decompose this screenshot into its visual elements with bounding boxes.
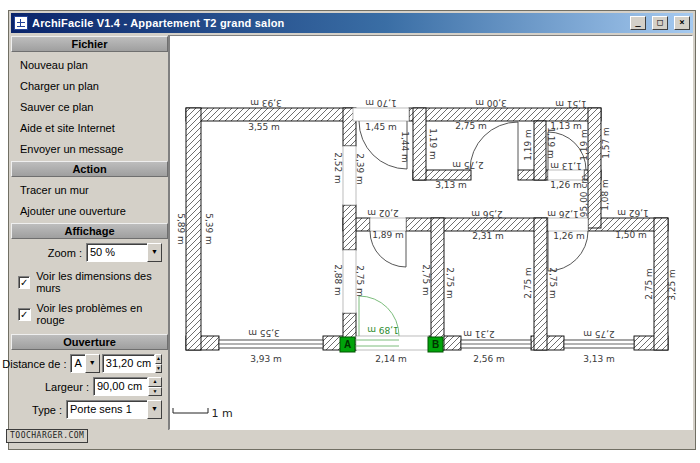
zoom-label: Zoom : [48, 247, 82, 259]
menu-item-nouveau-plan[interactable]: Nouveau plan [11, 55, 168, 76]
menu-item-tracer-un-mur[interactable]: Tracer un mur [11, 180, 168, 201]
svg-text:2,14 m: 2,14 m [375, 354, 407, 364]
checkbox-voir-dimensions-label: Voir les dimensions des murs [36, 270, 168, 294]
svg-text:B: B [432, 339, 439, 350]
svg-text:1,51 m: 1,51 m [555, 99, 587, 109]
svg-text:2,39 m: 2,39 m [355, 153, 365, 185]
svg-text:3,93 m: 3,93 m [250, 354, 282, 364]
largeur-input[interactable]: 90,00 cm [93, 377, 148, 396]
svg-text:3,13 m: 3,13 m [435, 180, 467, 190]
svg-text:2,56 m: 2,56 m [471, 209, 503, 219]
svg-text:1,50 m: 1,50 m [615, 230, 647, 240]
svg-text:1,26 m: 1,26 m [550, 180, 582, 190]
svg-text:1,19 m: 1,19 m [579, 129, 589, 161]
distance-input[interactable]: 31,20 cm [102, 354, 155, 373]
svg-text:2,75 m: 2,75 m [523, 267, 533, 299]
chevron-down-icon[interactable]: ▼ [85, 354, 100, 373]
svg-text:2,52 m: 2,52 m [333, 152, 343, 184]
svg-text:2,75 m: 2,75 m [452, 160, 484, 170]
svg-text:1,89 m: 1,89 m [372, 230, 404, 240]
zoom-value: 50 % [86, 243, 147, 262]
window-title: ArchiFacile V1.4 - Appartement T2 grand … [32, 17, 624, 29]
svg-text:2,75 m: 2,75 m [421, 264, 431, 296]
spin-down-icon[interactable]: ▼ [148, 387, 162, 397]
checkbox-voir-problemes-label: Voir les problèmes en rouge [37, 302, 168, 326]
distance-ref-value: A [70, 354, 84, 373]
spin-up-icon[interactable]: ▲ [148, 377, 162, 387]
svg-text:1,44 m: 1,44 m [400, 131, 410, 163]
svg-text:5,39 m: 5,39 m [204, 213, 214, 245]
section-header-ouverture: Ouverture [11, 334, 168, 350]
section-header-fichier: Fichier [11, 36, 168, 52]
svg-text:3,13 m: 3,13 m [583, 354, 615, 364]
section-header-action: Action [11, 161, 168, 177]
svg-text:2,75 m: 2,75 m [548, 267, 558, 299]
distance-ref-combobox[interactable]: A ▼ [70, 354, 99, 373]
toocharger-watermark: TOOCHARGER.COM [6, 429, 88, 443]
app-window: ArchiFacile V1.4 - Appartement T2 grand … [8, 10, 696, 450]
svg-text:2,56 m: 2,56 m [473, 354, 505, 364]
svg-text:2,02 m: 2,02 m [367, 208, 399, 218]
svg-text:2,75 m: 2,75 m [455, 121, 487, 131]
app-icon [14, 16, 28, 30]
close-button[interactable]: × [674, 16, 690, 30]
walls-layer[interactable] [186, 108, 668, 350]
svg-text:1,26 m: 1,26 m [547, 209, 579, 219]
svg-text:2,75 m: 2,75 m [355, 265, 365, 297]
chevron-down-icon[interactable]: ▼ [147, 400, 162, 419]
spin-down-icon[interactable]: ▼ [155, 364, 162, 374]
minimize-button[interactable]: _ [630, 16, 646, 30]
checkbox-voir-dimensions[interactable]: ✓ [18, 276, 30, 289]
svg-text:1 m: 1 m [211, 407, 232, 420]
svg-text:1,89 m: 1,89 m [367, 325, 399, 335]
svg-text:95,00 cm: 95,00 cm [579, 175, 589, 217]
sidebar: Fichier Nouveau plan Charger un plan Sau… [11, 35, 169, 431]
type-label: Type : [32, 404, 62, 416]
type-value: Porte sens 1 [66, 400, 147, 419]
spin-up-icon[interactable]: ▲ [155, 354, 162, 364]
title-bar[interactable]: ArchiFacile V1.4 - Appartement T2 grand … [11, 13, 693, 33]
distance-label: Distance de : [2, 358, 66, 370]
svg-text:1,70 m: 1,70 m [365, 98, 397, 108]
menu-item-ajouter-ouverture[interactable]: Ajouter une ouverture [11, 201, 168, 222]
drawing-canvas[interactable]: AB 3,93 m1,70 m3,00 m1,51 m3,55 m1,45 m2… [169, 35, 693, 430]
menu-item-envoyer-message[interactable]: Envoyer un message [11, 139, 168, 160]
status-bar [11, 430, 693, 447]
svg-text:1,13 m: 1,13 m [550, 161, 582, 171]
svg-text:2,75 m: 2,75 m [644, 268, 654, 300]
svg-text:1,19 m: 1,19 m [546, 127, 556, 159]
svg-text:2,75 m: 2,75 m [583, 329, 615, 339]
svg-text:3,55 m: 3,55 m [248, 122, 280, 132]
svg-text:3,55 m: 3,55 m [248, 328, 280, 338]
svg-text:3,93 m: 3,93 m [250, 98, 282, 108]
svg-text:1,45 m: 1,45 m [365, 122, 397, 132]
largeur-stepper[interactable]: ▲ ▼ [148, 377, 162, 396]
type-combobox[interactable]: Porte sens 1 ▼ [66, 400, 162, 419]
svg-text:1,19 m: 1,19 m [523, 129, 533, 161]
svg-text:A: A [344, 339, 351, 350]
svg-text:3,25 m: 3,25 m [667, 269, 677, 301]
largeur-label: Largeur : [45, 381, 89, 393]
svg-text:1,57 m: 1,57 m [601, 127, 611, 159]
svg-text:3,00 m: 3,00 m [475, 98, 507, 108]
section-header-affichage: Affichage [11, 223, 168, 239]
maximize-button[interactable]: □ [652, 16, 668, 30]
chevron-down-icon[interactable]: ▼ [147, 243, 162, 262]
svg-text:1,26 m: 1,26 m [553, 231, 585, 241]
floor-plan-svg[interactable]: AB 3,93 m1,70 m3,00 m1,51 m3,55 m1,45 m2… [170, 36, 692, 429]
svg-text:2,88 m: 2,88 m [333, 264, 343, 296]
zoom-combobox[interactable]: 50 % ▼ [86, 243, 162, 262]
svg-text:1,62 m: 1,62 m [617, 208, 649, 218]
svg-text:1,19 m: 1,19 m [428, 128, 438, 160]
scale-ruler: 1 m [173, 407, 233, 420]
svg-text:2,31 m: 2,31 m [472, 231, 504, 241]
distance-stepper[interactable]: ▲ ▼ [155, 354, 162, 373]
svg-text:2,31 m: 2,31 m [463, 329, 495, 339]
svg-text:5,89 m: 5,89 m [176, 213, 186, 245]
menu-item-charger-un-plan[interactable]: Charger un plan [11, 76, 168, 97]
svg-text:1,08 m: 1,08 m [600, 179, 610, 211]
menu-item-aide-internet[interactable]: Aide et site Internet [11, 118, 168, 139]
checkbox-voir-problemes[interactable]: ✓ [18, 308, 31, 321]
svg-text:2,75 m: 2,75 m [445, 267, 455, 299]
menu-item-sauver-ce-plan[interactable]: Sauver ce plan [11, 97, 168, 118]
